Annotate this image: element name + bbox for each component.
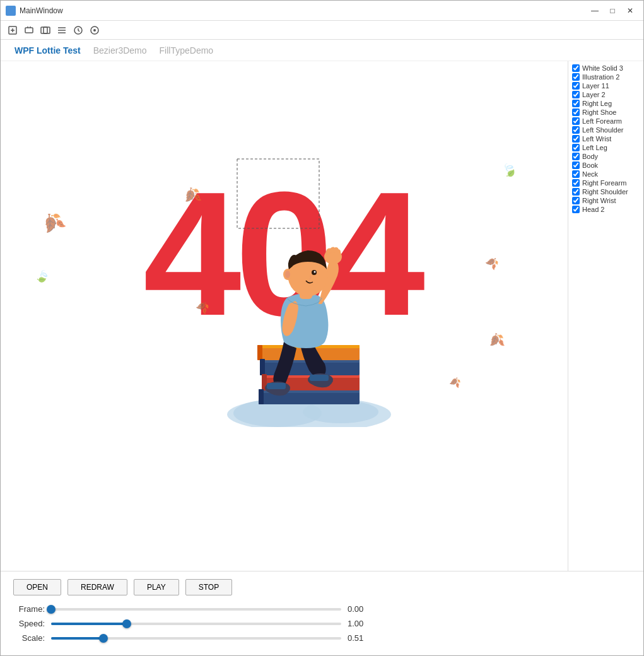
canvas-area: 4 0 4 🍂 🍃 🍂 🍂 🍃 🍂 🍂 🍂 (1, 61, 568, 571)
layers-panel: White Solid 3 Illustration 2 Layer 11 La… (568, 61, 643, 571)
layer-right-leg[interactable]: Right Leg (568, 99, 643, 108)
minimize-button[interactable]: — (587, 4, 603, 17)
layer-checkbox-left-leg[interactable] (572, 144, 580, 151)
button-row: OPEN REDRAW PLAY STOP (13, 579, 631, 595)
animation-canvas: 4 0 4 🍂 🍃 🍂 🍂 🍃 🍂 🍂 🍂 (1, 61, 568, 465)
speed-slider-track[interactable] (51, 623, 341, 625)
toolbar-icon-6[interactable] (88, 23, 102, 37)
svg-rect-6 (41, 27, 47, 33)
layer-right-wrist[interactable]: Right Wrist (568, 196, 643, 205)
scale-slider-row: Scale: 0.51 (13, 633, 631, 643)
layer-checkbox-left-forearm[interactable] (572, 117, 580, 125)
layer-checkbox-neck[interactable] (572, 170, 580, 178)
scale-slider-fill (51, 637, 103, 640)
svg-rect-21 (257, 345, 262, 360)
layer-right-shoe[interactable]: Right Shoe (568, 108, 643, 117)
svg-rect-26 (267, 383, 286, 389)
frame-slider-row: Frame: 0.00 (13, 604, 631, 614)
toolbar-icon-5[interactable] (71, 23, 85, 37)
layer-checkbox-layer-2[interactable] (572, 91, 580, 98)
redraw-button[interactable]: REDRAW (67, 579, 127, 595)
layer-checkbox-right-shoe[interactable] (572, 108, 580, 116)
layer-white-solid-3[interactable]: White Solid 3 (568, 64, 643, 73)
speed-label: Speed: (13, 619, 45, 628)
layer-body[interactable]: Body (568, 152, 643, 161)
frame-label: Frame: (13, 604, 45, 614)
svg-point-35 (285, 271, 290, 278)
frame-value: 0.00 (348, 604, 373, 614)
layer-layer-11[interactable]: Layer 11 (568, 81, 643, 90)
svg-rect-24 (259, 389, 264, 404)
layer-checkbox-right-forearm[interactable] (572, 179, 580, 187)
app-icon (6, 6, 16, 16)
stop-button[interactable]: STOP (185, 579, 232, 595)
layer-illustration-2[interactable]: Illustration 2 (568, 73, 643, 81)
layer-checkbox-head-2[interactable] (572, 206, 580, 213)
play-button[interactable]: PLAY (134, 579, 179, 595)
toolbar-icon-3[interactable] (38, 23, 52, 37)
scale-slider-thumb[interactable] (99, 634, 108, 643)
svg-rect-28 (310, 375, 329, 381)
svg-point-33 (313, 271, 315, 273)
window-title: MainWindow (20, 6, 587, 15)
leaf-7: 🍂 (488, 331, 506, 349)
bottom-controls: OPEN REDRAW PLAY STOP Frame: 0.00 Speed:… (1, 571, 643, 655)
speed-value: 1.00 (348, 619, 373, 628)
layer-checkbox-left-wrist[interactable] (572, 135, 580, 143)
maximize-button[interactable]: □ (604, 4, 621, 17)
speed-slider-row: Speed: 1.00 (13, 619, 631, 628)
layer-checkbox-right-shoulder[interactable] (572, 188, 580, 196)
scale-slider-track[interactable] (51, 637, 341, 640)
main-content: 4 0 4 🍂 🍃 🍂 🍂 🍃 🍂 🍂 🍂 (1, 61, 643, 571)
layer-checkbox-white-solid-3[interactable] (572, 64, 580, 72)
layer-checkbox-right-leg[interactable] (572, 100, 580, 107)
layer-right-forearm[interactable]: Right Forearm (568, 179, 643, 187)
layer-head-2[interactable]: Head 2 (568, 205, 643, 214)
layer-left-leg[interactable]: Left Leg (568, 143, 643, 152)
layer-neck[interactable]: Neck (568, 170, 643, 179)
menu-wpf-lottie-test[interactable]: WPF Lottie Test (8, 43, 87, 58)
menu-filltype-demo[interactable]: FillTypeDemo (153, 43, 220, 58)
toolbar-icon-1[interactable] (6, 23, 20, 37)
svg-rect-36 (237, 159, 319, 228)
menu-bar: WPF Lottie Test Bezier3Demo FillTypeDemo (1, 40, 643, 61)
title-bar: MainWindow — □ ✕ (1, 1, 643, 21)
frame-slider-track[interactable] (51, 608, 341, 611)
menu-bezier3-demo[interactable]: Bezier3Demo (87, 43, 153, 58)
toolbar-icon-4[interactable] (55, 23, 69, 37)
scale-label: Scale: (13, 633, 45, 643)
selection-box (234, 156, 322, 231)
speed-slider-thumb[interactable] (122, 619, 131, 628)
open-button[interactable]: OPEN (13, 579, 61, 595)
speed-slider-fill (51, 623, 127, 625)
main-window: MainWindow — □ ✕ WPF Lottie Test Bezier3… (0, 0, 644, 656)
layer-left-shoulder[interactable]: Left Shoulder (568, 126, 643, 134)
layer-checkbox-illustration-2[interactable] (572, 73, 580, 81)
close-button[interactable]: ✕ (622, 4, 638, 17)
frame-slider-thumb[interactable] (47, 605, 56, 614)
layer-left-wrist[interactable]: Left Wrist (568, 134, 643, 143)
svg-rect-7 (44, 27, 50, 33)
layer-checkbox-left-shoulder[interactable] (572, 126, 580, 134)
toolbar (1, 21, 643, 40)
layer-checkbox-layer-11[interactable] (572, 82, 580, 90)
svg-rect-3 (25, 28, 33, 33)
layer-book[interactable]: Book (568, 161, 643, 170)
layer-layer-2[interactable]: Layer 2 (568, 90, 643, 99)
layer-checkbox-body[interactable] (572, 153, 580, 160)
layer-checkbox-right-wrist[interactable] (572, 197, 580, 204)
scale-value: 0.51 (348, 633, 373, 643)
toolbar-icon-2[interactable] (22, 23, 36, 37)
window-controls: — □ ✕ (587, 4, 638, 17)
layer-checkbox-book[interactable] (572, 161, 580, 169)
svg-rect-22 (260, 359, 265, 375)
layer-right-shoulder[interactable]: Right Shoulder (568, 187, 643, 196)
layer-left-forearm[interactable]: Left Forearm (568, 117, 643, 126)
